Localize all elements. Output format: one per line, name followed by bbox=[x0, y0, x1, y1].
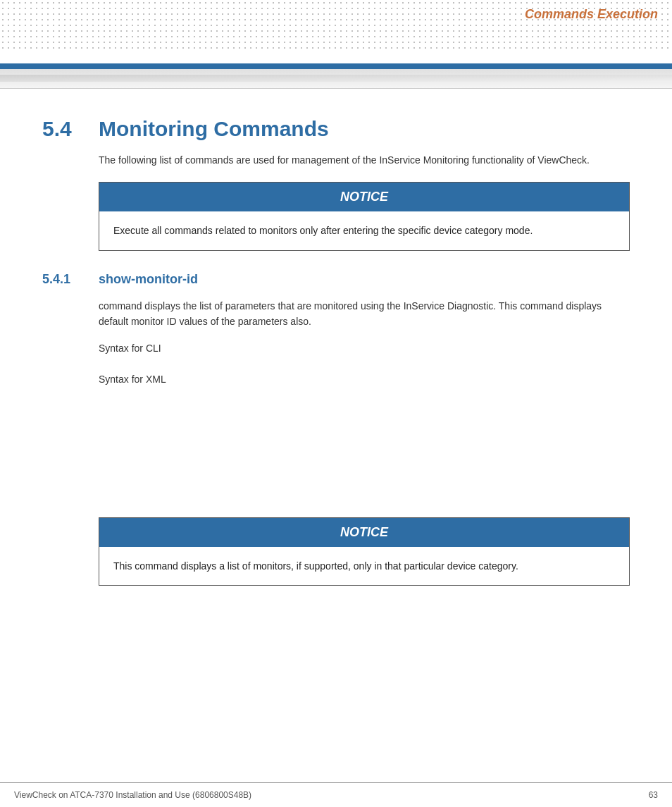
footer-left-text: ViewCheck on ATCA-7370 Installation and … bbox=[14, 790, 251, 800]
section-541-heading: 5.4.1 show-monitor-id bbox=[42, 272, 630, 287]
header-title-bar: Commands Execution bbox=[497, 0, 672, 26]
notice-1-body-text: Execute all commands related to monitors… bbox=[113, 225, 533, 236]
notice-2-body-text: This command displays a list of monitors… bbox=[113, 560, 518, 572]
main-content: 5.4 Monitoring Commands The following li… bbox=[0, 89, 672, 628]
notice-box-2: NOTICE This command displays a list of m… bbox=[99, 517, 630, 586]
section-54-title: Monitoring Commands bbox=[99, 117, 329, 141]
syntax-cli-label: Syntax for CLI bbox=[99, 343, 630, 354]
gray-stripe bbox=[0, 69, 672, 89]
section-541-description: command displays the list of parameters … bbox=[99, 298, 630, 330]
blue-accent-bar bbox=[0, 63, 672, 69]
syntax-xml-label: Syntax for XML bbox=[99, 374, 630, 385]
section-541-number: 5.4.1 bbox=[42, 272, 99, 287]
notice-2-body: This command displays a list of monitors… bbox=[99, 547, 629, 585]
section-541-title: show-monitor-id bbox=[99, 272, 198, 287]
section-54-body: The following list of commands are used … bbox=[99, 152, 630, 251]
section-541-body: command displays the list of parameters … bbox=[99, 298, 630, 586]
footer-page-number: 63 bbox=[649, 790, 658, 800]
section-54-number: 5.4 bbox=[42, 117, 99, 141]
header-area: Commands Execution bbox=[0, 0, 672, 63]
notice-2-header-text: NOTICE bbox=[340, 525, 388, 539]
notice-1-header: NOTICE bbox=[99, 183, 629, 211]
section-54-heading: 5.4 Monitoring Commands bbox=[42, 117, 630, 141]
header-title: Commands Execution bbox=[525, 7, 658, 21]
notice-2-header: NOTICE bbox=[99, 518, 629, 547]
notice-box-1: NOTICE Execute all commands related to m… bbox=[99, 182, 630, 250]
notice-1-header-text: NOTICE bbox=[340, 190, 388, 204]
spacer bbox=[99, 405, 630, 517]
notice-1-body: Execute all commands related to monitors… bbox=[99, 211, 629, 250]
section-54-description: The following list of commands are used … bbox=[99, 152, 630, 168]
footer: ViewCheck on ATCA-7370 Installation and … bbox=[0, 782, 672, 807]
